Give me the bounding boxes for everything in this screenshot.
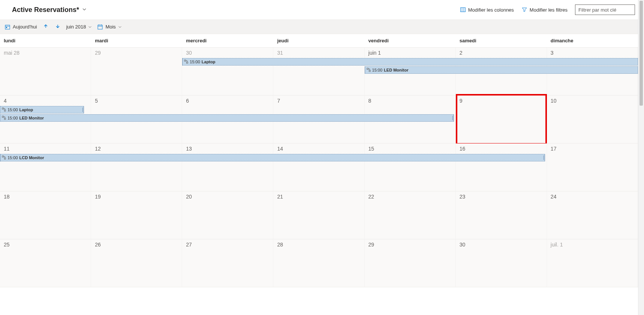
calendar-day-cell[interactable]: 18: [0, 191, 91, 239]
reservation-event[interactable]: 15:00 Laptop: [182, 58, 638, 66]
today-button[interactable]: Aujourd'hui: [4, 24, 37, 30]
calendar-day-cell[interactable]: 23: [456, 191, 547, 239]
day-number: 26: [95, 242, 178, 248]
calendar-day-cell[interactable]: 29: [91, 48, 182, 95]
event-title: LED Monitor: [384, 68, 408, 72]
day-header: jeudi: [273, 34, 364, 47]
day-header: mardi: [91, 34, 182, 47]
calendar-day-cell[interactable]: 30: [182, 48, 273, 95]
date-range-selector[interactable]: juin 2018: [66, 24, 92, 30]
day-number: 18: [4, 194, 87, 200]
calendar-week-row: mai 28293031juin 12315:00 Laptop15:00 LE…: [0, 48, 638, 96]
day-number: 2: [460, 50, 543, 56]
svg-rect-19: [4, 110, 6, 111]
scrollbar-thumb[interactable]: [640, 1, 643, 106]
calendar-day-cell[interactable]: 27: [182, 239, 273, 287]
day-number: 17: [551, 146, 634, 152]
svg-rect-18: [2, 107, 4, 109]
calendar-day-cell[interactable]: 28: [273, 239, 364, 287]
next-period-button[interactable]: [54, 23, 61, 31]
day-number: 12: [95, 146, 178, 152]
day-number: 8: [368, 98, 452, 104]
calendar-week-row: 18192021222324: [0, 191, 638, 239]
day-number: 29: [95, 50, 178, 56]
day-number: 3: [551, 50, 634, 56]
modify-filters-button[interactable]: Modifier les filtres: [521, 7, 568, 13]
calendar-day-cell[interactable]: 17: [547, 143, 638, 191]
calendar-day-cell[interactable]: 9: [456, 96, 547, 143]
svg-rect-22: [2, 116, 4, 117]
calendar-day-cell[interactable]: 20: [182, 191, 273, 239]
filter-keyword-input[interactable]: [575, 4, 635, 15]
today-label: Aujourd'hui: [13, 24, 37, 30]
calendar-day-cell[interactable]: 25: [0, 239, 91, 287]
calendar-day-cell[interactable]: 16: [456, 143, 547, 191]
reservation-event[interactable]: 15:00 LED Monitor: [365, 66, 638, 74]
calendar-toolbar: Aujourd'hui juin 2018 Mois: [0, 19, 644, 34]
day-number: 24: [551, 194, 634, 200]
calendar-day-cell[interactable]: 26: [91, 239, 182, 287]
event-title: LED Monitor: [19, 116, 44, 120]
calendar-day-cell[interactable]: 30: [456, 239, 547, 287]
day-number: 10: [551, 98, 634, 104]
day-number: 30: [186, 50, 269, 56]
scrollbar[interactable]: [638, 0, 644, 287]
arrow-up-icon: [43, 24, 48, 29]
day-number: 27: [186, 242, 269, 248]
view-mode-selector[interactable]: Mois: [97, 24, 121, 30]
day-number: 25: [4, 242, 87, 248]
svg-rect-11: [187, 62, 188, 63]
day-header: lundi: [0, 34, 91, 47]
day-header: vendredi: [365, 34, 456, 47]
reservation-event[interactable]: 15:00 Laptop: [0, 106, 84, 113]
modify-columns-button[interactable]: Modifier les colonnes: [460, 7, 514, 13]
calendar-day-cell[interactable]: 15: [365, 143, 456, 191]
calendar-day-cell[interactable]: 14: [273, 143, 364, 191]
day-number: 20: [186, 194, 269, 200]
event-time: 15:00: [7, 155, 18, 160]
day-number: 9: [460, 98, 543, 104]
calendar-today-icon: [4, 24, 10, 30]
calendar-day-cell[interactable]: juil. 1: [547, 239, 638, 287]
svg-rect-14: [367, 68, 368, 69]
reservation-event[interactable]: 15:00 LED Monitor: [0, 114, 454, 122]
prev-period-button[interactable]: [42, 23, 49, 31]
day-number: 16: [460, 146, 543, 152]
chevron-down-icon: [88, 25, 92, 29]
calendar-day-cell[interactable]: 12: [91, 143, 182, 191]
calendar-week-row: 4567891015:00 Laptop15:00 LED Monitor: [0, 96, 638, 143]
reservation-event[interactable]: 15:00 LCD Monitor: [0, 154, 545, 161]
calendar-day-cell[interactable]: 10: [547, 96, 638, 143]
calendar-day-cell[interactable]: 21: [273, 191, 364, 239]
calendar-day-cell[interactable]: 13: [182, 143, 273, 191]
calendar-week-row: 252627282930juil. 1: [0, 239, 638, 287]
day-number: juin 1: [368, 50, 452, 56]
arrow-down-icon: [55, 24, 60, 29]
calendar-day-cell[interactable]: 24: [547, 191, 638, 239]
chevron-down-icon: [82, 7, 87, 13]
svg-rect-23: [4, 118, 6, 119]
day-header: dimanche: [547, 34, 638, 47]
day-number: 19: [95, 194, 178, 200]
calendar-day-cell[interactable]: 31: [273, 48, 364, 95]
link-icon: [2, 107, 6, 112]
calendar-day-cell[interactable]: 22: [365, 191, 456, 239]
event-time: 15:00: [372, 68, 383, 72]
calendar-day-cell[interactable]: mai 28: [0, 48, 91, 95]
svg-rect-10: [184, 60, 186, 61]
svg-rect-0: [460, 8, 465, 12]
day-number: 14: [277, 146, 360, 152]
event-title: Laptop: [202, 60, 216, 64]
link-icon: [2, 116, 6, 121]
header-actions: Modifier les colonnes Modifier les filtr…: [460, 4, 635, 15]
day-number: 15: [368, 146, 452, 152]
event-time: 15:00: [7, 107, 18, 112]
day-number: 6: [186, 98, 269, 104]
calendar-header-row: lundimardimercredijeudivendredisamedidim…: [0, 34, 638, 48]
calendar-day-cell[interactable]: 29: [365, 239, 456, 287]
svg-rect-6: [98, 25, 102, 29]
link-icon: [2, 155, 6, 160]
calendar-day-cell[interactable]: 11: [0, 143, 91, 191]
calendar-day-cell[interactable]: 19: [91, 191, 182, 239]
view-selector[interactable]: Active Reservations*: [12, 6, 87, 14]
